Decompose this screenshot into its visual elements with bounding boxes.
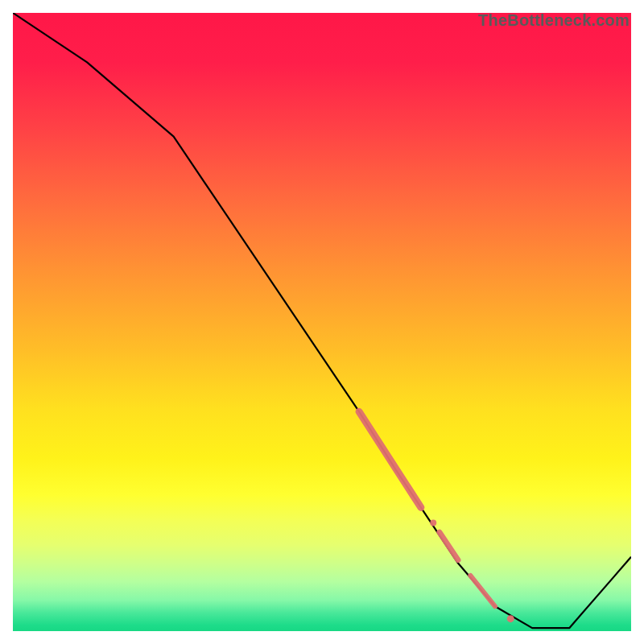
- chart-stage: TheBottleneck.com: [0, 0, 644, 644]
- watermark-text: TheBottleneck.com: [478, 11, 630, 30]
- heat-gradient-background: [13, 13, 631, 631]
- plot-area: TheBottleneck.com: [13, 13, 631, 631]
